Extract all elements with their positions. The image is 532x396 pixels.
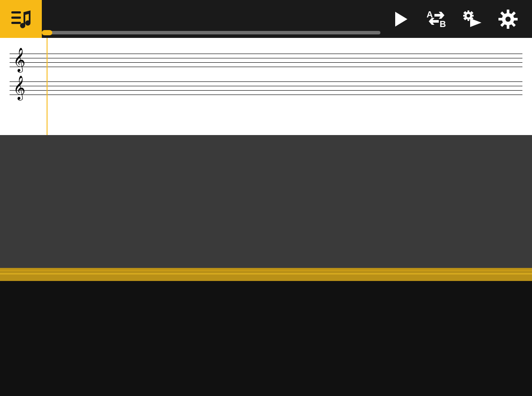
- ab-loop-button[interactable]: A B: [425, 7, 448, 31]
- ab-loop-icon: A B: [425, 10, 448, 29]
- top-bar: A B: [0, 0, 532, 38]
- settings-button[interactable]: [496, 7, 520, 31]
- play-icon: [392, 10, 410, 28]
- menu-button[interactable]: [0, 0, 42, 38]
- svg-rect-10: [471, 15, 474, 17]
- treble-clef-icon: 𝄞: [13, 51, 25, 68]
- svg-rect-17: [507, 10, 509, 14]
- play-settings-icon: [461, 10, 483, 29]
- menu-music-icon: [9, 7, 33, 31]
- svg-text:B: B: [440, 19, 446, 29]
- svg-rect-1: [11, 17, 21, 19]
- svg-rect-9: [463, 15, 466, 17]
- staff-right-hand: 𝄞: [10, 54, 522, 71]
- score-playhead: [47, 38, 47, 135]
- svg-text:A: A: [427, 10, 433, 19]
- svg-point-6: [467, 14, 470, 17]
- progress-track[interactable]: [42, 31, 380, 34]
- treble-clef-icon: 𝄞: [13, 79, 25, 96]
- svg-rect-0: [11, 11, 21, 14]
- top-controls: A B: [380, 0, 532, 38]
- song-title: [49, 0, 380, 6]
- hit-line: [0, 268, 532, 281]
- piano-roll[interactable]: [0, 135, 532, 281]
- play-button[interactable]: [389, 7, 413, 31]
- settings-icon: [498, 9, 518, 30]
- keyboard: [0, 281, 532, 396]
- svg-point-16: [505, 17, 511, 22]
- play-settings-button[interactable]: [461, 7, 484, 31]
- svg-rect-19: [498, 18, 503, 20]
- svg-rect-7: [468, 10, 469, 13]
- svg-rect-8: [468, 18, 469, 21]
- svg-rect-2: [11, 22, 21, 24]
- score-panel[interactable]: 𝄞 𝄞: [0, 38, 532, 135]
- svg-rect-20: [513, 18, 518, 20]
- progress-thumb[interactable]: [42, 30, 52, 35]
- svg-rect-18: [507, 24, 509, 29]
- staff-left-hand: 𝄞: [10, 81, 522, 99]
- title-area: [42, 0, 380, 38]
- white-keys: [0, 281, 532, 396]
